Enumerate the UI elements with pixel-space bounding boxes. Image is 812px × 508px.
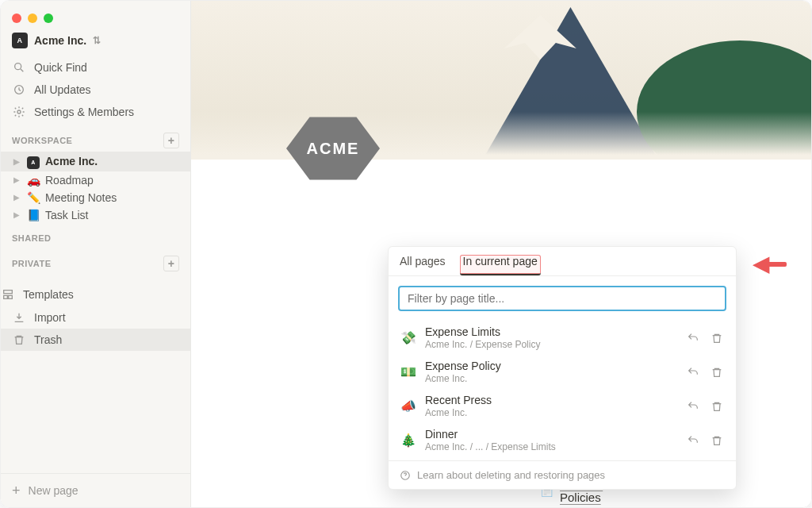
trash-item-path: Acme Inc. / ... / Expense Limits [425,441,677,452]
trash-item-title: Expense Limits [425,325,677,338]
chevron-right-icon[interactable]: ▶ [12,210,21,219]
annotation-arrow-icon: ◀ [753,252,787,276]
plus-icon: + [12,483,21,498]
acme-page-icon: A [26,154,40,169]
sidebar-item-meeting-notes[interactable]: ▶ ✏️ Meeting Notes [1,189,190,206]
all-updates-label: All Updates [34,83,91,96]
delete-permanently-button[interactable] [709,398,725,414]
new-page-button[interactable]: + New page [1,473,190,507]
trash-item[interactable]: 📣 Recent Press Acme Inc. [395,389,730,423]
wreath-icon: 🎄 [400,433,417,448]
svg-line-1 [21,69,23,71]
trash-icon [710,366,723,379]
shared-section-header: SHARED [1,224,190,246]
private-section-header: PRIVATE + [1,246,190,275]
page-cover [191,1,811,160]
svg-point-3 [17,110,21,114]
add-private-page-button[interactable]: + [163,256,179,271]
workspace-switcher[interactable]: A Acme Inc. ⇅ [1,29,190,56]
quick-find-label: Quick Find [34,61,87,74]
trash-help-label: Learn about deleting and restoring pages [417,469,605,481]
trash-item-title: Dinner [425,428,677,441]
new-page-label: New page [29,484,79,497]
delete-permanently-button[interactable] [709,330,725,346]
chevron-right-icon[interactable]: ▶ [12,157,21,166]
restore-button[interactable] [685,330,701,346]
trash-item-title: Expense Policy [425,360,677,372]
undo-icon [687,434,699,447]
templates-label: Templates [23,288,74,301]
private-section-label: PRIVATE [12,259,52,268]
sidebar: A Acme Inc. ⇅ Quick Find All Updates Set… [1,1,191,507]
template-icon [1,287,15,302]
chevron-right-icon[interactable]: ▶ [12,193,21,202]
trash-list: 💸 Expense Limits Acme Inc. / Expense Pol… [389,318,736,460]
app-root: A Acme Inc. ⇅ Quick Find All Updates Set… [1,1,811,507]
svg-rect-6 [9,295,13,298]
maximize-window-icon[interactable] [44,13,53,23]
templates-link[interactable]: Templates [1,283,190,306]
trash-tab-in-current-page[interactable]: In current page [460,255,541,275]
trash-popup: All pages In current page ◀ 💸 Expense Li… [388,246,737,490]
help-icon [400,470,411,481]
close-window-icon[interactable] [12,13,21,23]
delete-permanently-button[interactable] [709,364,725,380]
sidebar-item-task-list[interactable]: ▶ 📘 Task List [1,206,190,224]
quick-find[interactable]: Quick Find [1,56,190,79]
trash-tab-label: All pages [400,255,446,267]
shared-section-label: SHARED [12,233,51,243]
settings-members[interactable]: Settings & Members [1,101,190,123]
main-content: ACME olicies 📄 Office Manual 📄 Vacation … [191,1,811,507]
trash-icon [710,400,723,413]
trash-link[interactable]: Trash [1,329,190,351]
trash-item[interactable]: 🎄 Dinner Acme Inc. / ... / Expense Limit… [395,423,730,457]
sidebar-item-label: Meeting Notes [45,191,117,204]
all-updates[interactable]: All Updates [1,79,190,101]
sidebar-item-label: Task List [45,209,88,221]
sidebar-item-label: Roadmap [45,174,94,187]
megaphone-icon: 📣 [400,398,417,414]
trash-filter-input[interactable] [398,286,726,311]
undo-icon [687,332,699,344]
car-icon: 🚗 [26,174,40,187]
trash-icon [12,333,26,347]
trash-item[interactable]: 💵 Expense Policy Acme Inc. [395,355,730,389]
import-link[interactable]: Import [1,306,190,329]
trash-item-title: Recent Press [425,394,677,406]
trash-tab-all-pages[interactable]: All pages [400,255,446,275]
workspace-icon: A [12,33,28,48]
svg-rect-4 [4,290,13,293]
search-icon [12,60,26,75]
sidebar-item-label: Acme Inc. [45,155,98,167]
book-icon: 📘 [26,209,40,221]
trash-item-path: Acme Inc. [425,373,677,384]
workspace-section-header: WORKSPACE + [1,123,190,152]
window-controls [1,6,190,29]
money-wings-icon: 💸 [400,330,417,345]
minimize-window-icon[interactable] [28,13,37,23]
trash-icon [710,434,723,447]
gear-icon [12,105,26,119]
workspace-name: Acme Inc. [34,34,86,47]
trash-tab-label: In current page [463,255,538,267]
trash-item-path: Acme Inc. / Expense Policy [425,339,677,350]
dollar-icon: 💵 [400,364,417,379]
workspace-section-label: WORKSPACE [12,136,72,145]
trash-tabs: All pages In current page ◀ [389,247,736,275]
restore-button[interactable] [685,398,701,414]
import-label: Import [34,311,66,324]
delete-permanently-button[interactable] [709,433,725,448]
trash-icon [710,332,723,344]
trash-item[interactable]: 💸 Expense Limits Acme Inc. / Expense Pol… [395,321,730,355]
restore-button[interactable] [685,433,701,448]
page-icon-label: ACME [307,140,360,158]
sidebar-item-roadmap[interactable]: ▶ 🚗 Roadmap [1,171,190,189]
undo-icon [687,400,699,413]
add-workspace-page-button[interactable]: + [163,133,179,148]
sidebar-item-acme[interactable]: ▶ A Acme Inc. [1,152,190,171]
restore-button[interactable] [685,364,701,380]
trash-label: Trash [34,333,62,346]
trash-help-link[interactable]: Learn about deleting and restoring pages [389,460,736,489]
chevron-right-icon[interactable]: ▶ [12,175,21,184]
clock-icon [12,83,26,97]
